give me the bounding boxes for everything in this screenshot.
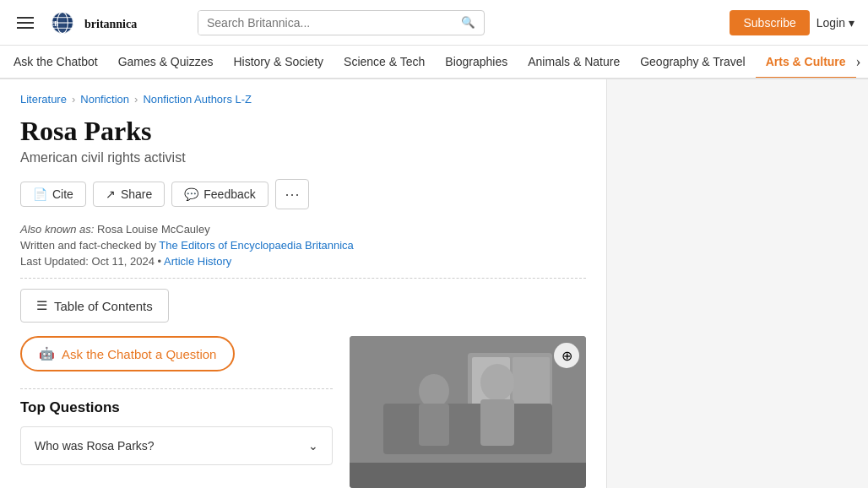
more-options-icon: ⋯ [285, 186, 300, 203]
share-icon: ↗ [106, 187, 116, 201]
breadcrumb-literature[interactable]: Literature [20, 93, 67, 106]
main-layout: Literature › Nonfiction › Nonfiction Aut… [0, 79, 868, 488]
svg-point-16 [480, 364, 514, 401]
logo-area: EB britannica [47, 8, 177, 38]
cite-label: Cite [52, 187, 73, 201]
hamburger-button[interactable] [14, 14, 37, 32]
right-column: ⊕ [350, 336, 586, 488]
header-actions: Subscribe Login ▾ [730, 10, 854, 35]
question-chevron-icon: ⌄ [308, 439, 318, 453]
left-column: 🤖 Ask the Chatbot a Question Top Questio… [20, 336, 333, 488]
editors-link[interactable]: The Editors of Encyclopaedia Britannica [159, 239, 354, 252]
divider-2 [20, 388, 333, 389]
search-bar: 🔍 [198, 10, 485, 35]
share-label: Share [121, 187, 152, 201]
also-known-as: Also known as: Rosa Louise McCauley [20, 223, 586, 236]
britannica-logo-icon: EB [47, 8, 78, 38]
subscribe-button[interactable]: Subscribe [730, 10, 809, 35]
article-history-link[interactable]: Article History [164, 255, 231, 268]
toc-button[interactable]: ☰ Table of Contents [20, 289, 169, 323]
breadcrumb-sep-2: › [134, 93, 138, 106]
feedback-button[interactable]: 💬 Feedback [171, 182, 268, 207]
svg-rect-6 [59, 12, 65, 33]
nav-item-biographies[interactable]: Biographies [435, 46, 518, 79]
article-title: Rosa Parks [20, 116, 586, 147]
login-chevron-icon: ▾ [849, 16, 854, 30]
written-by: Written and fact-checked by The Editors … [20, 239, 586, 252]
toc-icon: ☰ [36, 298, 47, 313]
chatbot-question-button[interactable]: 🤖 Ask the Chatbot a Question [20, 336, 235, 371]
question-text-0: Who was Rosa Parks? [35, 439, 155, 453]
svg-point-14 [419, 374, 449, 408]
share-button[interactable]: ↗ Share [93, 182, 165, 207]
article-image: ⊕ [350, 336, 586, 488]
cite-icon: 📄 [33, 187, 47, 201]
nav-item-history[interactable]: History & Society [223, 46, 334, 79]
cite-button[interactable]: 📄 Cite [20, 182, 86, 207]
also-known-as-value: Rosa Louise McCauley [97, 223, 210, 236]
chatbot-icon: 🤖 [39, 346, 55, 361]
toc-label: Table of Contents [54, 299, 153, 313]
nav-item-science[interactable]: Science & Tech [334, 46, 435, 79]
svg-rect-18 [350, 463, 586, 488]
content-area: Literature › Nonfiction › Nonfiction Aut… [0, 79, 606, 488]
nav-bar: Ask the Chatbot Games & Quizzes History … [0, 46, 868, 79]
nav-item-geography[interactable]: Geography & Travel [630, 46, 756, 79]
breadcrumb-nonfiction[interactable]: Nonfiction [80, 93, 129, 106]
action-buttons: 📄 Cite ↗ Share 💬 Feedback ⋯ [20, 179, 586, 209]
britannica-wordmark: britannica [84, 14, 177, 32]
nav-item-arts[interactable]: Arts & Culture [756, 46, 856, 79]
svg-text:EB: EB [50, 19, 59, 27]
nav-item-games[interactable]: Games & Quizzes [108, 46, 224, 79]
more-options-button[interactable]: ⋯ [275, 179, 309, 209]
chatbot-label: Ask the Chatbot a Question [62, 347, 216, 361]
search-button[interactable]: 🔍 [453, 11, 484, 34]
nav-item-animals[interactable]: Animals & Nature [518, 46, 630, 79]
breadcrumb: Literature › Nonfiction › Nonfiction Aut… [20, 93, 586, 106]
image-zoom-button[interactable]: ⊕ [554, 343, 579, 368]
svg-rect-17 [480, 399, 514, 446]
site-header: EB britannica 🔍 Subscribe Login ▾ [0, 0, 868, 46]
last-updated-text: Last Updated: Oct 11, 2024 • [20, 255, 164, 268]
article-subtitle: American civil rights activist [20, 150, 586, 165]
svg-rect-12 [513, 357, 550, 408]
search-input[interactable] [198, 11, 453, 35]
bus-scene-svg [350, 336, 586, 488]
top-questions-title: Top Questions [20, 399, 333, 416]
divider-1 [20, 278, 586, 279]
written-by-prefix: Written and fact-checked by [20, 239, 159, 252]
feedback-label: Feedback [203, 187, 255, 201]
nav-item-ask-chatbot[interactable]: Ask the Chatbot [14, 46, 108, 79]
svg-text:britannica: britannica [84, 18, 137, 30]
feedback-icon: 💬 [184, 187, 198, 201]
sidebar-ad-area [606, 79, 868, 488]
bottom-row: 🤖 Ask the Chatbot a Question Top Questio… [20, 336, 586, 488]
zoom-icon: ⊕ [561, 348, 572, 364]
login-button[interactable]: Login ▾ [816, 16, 854, 30]
also-known-as-prefix: Also known as: [20, 223, 97, 236]
svg-rect-13 [383, 404, 552, 454]
question-item-0[interactable]: Who was Rosa Parks? ⌄ [20, 426, 333, 465]
breadcrumb-authors[interactable]: Nonfiction Authors L-Z [143, 93, 252, 106]
last-updated: Last Updated: Oct 11, 2024 • Article His… [20, 255, 586, 268]
breadcrumb-sep-1: › [72, 93, 75, 106]
nav-more-button[interactable]: › [856, 53, 861, 71]
login-label: Login [816, 16, 845, 30]
search-icon: 🔍 [461, 16, 475, 29]
svg-rect-15 [419, 404, 449, 446]
